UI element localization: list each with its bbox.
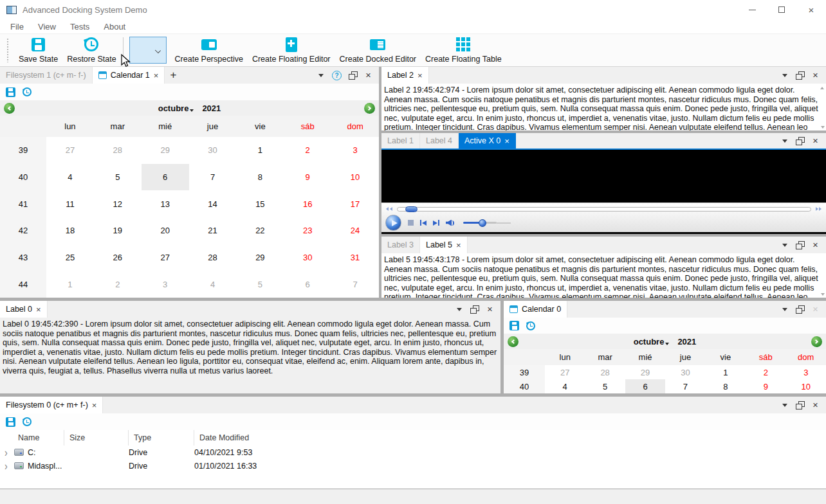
save-icon[interactable] bbox=[6, 417, 15, 427]
calendar-day-cell[interactable]: 4 bbox=[189, 271, 237, 298]
menu-about[interactable]: About bbox=[96, 22, 133, 32]
calendar-day-cell[interactable]: 29 bbox=[236, 244, 284, 271]
close-dock-button[interactable]: × bbox=[364, 71, 372, 80]
column-header-date-modified[interactable]: Date Modified bbox=[194, 430, 826, 446]
calendar-day-cell[interactable]: 7 bbox=[665, 379, 705, 393]
calendar-day-cell[interactable]: 20 bbox=[142, 217, 189, 244]
next-month-button[interactable] bbox=[364, 103, 375, 114]
calendar-day-cell[interactable]: 5 bbox=[94, 164, 142, 191]
tab-label3[interactable]: Label 3 bbox=[381, 237, 420, 253]
calendar-day-cell[interactable]: 4 bbox=[46, 164, 94, 191]
save-icon[interactable] bbox=[6, 87, 15, 97]
calendar-day-cell[interactable]: 19 bbox=[94, 217, 142, 244]
calendar-day-cell[interactable]: 8 bbox=[236, 164, 284, 191]
calendar-day-cell[interactable]: 3 bbox=[331, 137, 379, 164]
calendar-day-cell[interactable]: 28 bbox=[189, 244, 237, 271]
dock-menu-button[interactable] bbox=[780, 401, 789, 410]
splitter-horizontal[interactable] bbox=[0, 298, 826, 301]
menu-tests[interactable]: Tests bbox=[63, 22, 96, 32]
calendar-day-cell[interactable]: 9 bbox=[746, 379, 785, 393]
prev-month-button[interactable] bbox=[508, 336, 519, 347]
tab-close-icon[interactable]: × bbox=[418, 71, 423, 80]
calendar-day-cell[interactable]: 28 bbox=[585, 365, 625, 379]
calendar-day-cell[interactable]: 16 bbox=[284, 190, 331, 217]
calendar-day-cell[interactable]: 27 bbox=[142, 244, 189, 271]
splitter-vertical[interactable] bbox=[500, 301, 504, 393]
next-month-button[interactable] bbox=[811, 336, 822, 347]
tab-filesystem0[interactable]: Filesystem 0 (c+ m+ f-) × bbox=[0, 397, 103, 413]
scroll-down-icon[interactable] bbox=[821, 293, 825, 296]
tab-close-icon[interactable]: × bbox=[36, 305, 41, 314]
undock-button[interactable] bbox=[796, 401, 804, 410]
tree-row[interactable]: ›Midaspl...Drive01/10/2021 16:33 bbox=[0, 459, 826, 473]
tab-close-icon[interactable]: × bbox=[154, 71, 159, 80]
forward-icon[interactable] bbox=[816, 207, 822, 211]
create-docked-editor-button[interactable]: Create Docked Editor bbox=[335, 35, 421, 66]
calendar-day-cell[interactable]: 3 bbox=[142, 271, 189, 298]
tab-label2[interactable]: Label 2 × bbox=[381, 67, 429, 84]
close-dock-button[interactable]: × bbox=[811, 71, 820, 80]
scroll-up-icon[interactable] bbox=[820, 87, 824, 89]
perspective-combobox[interactable] bbox=[129, 37, 167, 64]
stop-button[interactable] bbox=[408, 220, 414, 226]
calendar-day-cell[interactable]: 6 bbox=[284, 271, 331, 298]
calendar-day-cell[interactable]: 31 bbox=[331, 244, 379, 271]
close-window-button[interactable]: × bbox=[796, 0, 826, 19]
calendar-day-cell[interactable]: 14 bbox=[189, 190, 237, 217]
tab-activex0[interactable]: Active X 0 × bbox=[459, 133, 516, 148]
seek-slider[interactable] bbox=[397, 207, 811, 212]
close-dock-button[interactable]: × bbox=[811, 401, 820, 410]
dock-menu-button[interactable] bbox=[780, 71, 789, 80]
maximize-button[interactable] bbox=[767, 0, 796, 19]
volume-slider-thumb[interactable] bbox=[479, 219, 486, 227]
column-header-size[interactable]: Size bbox=[64, 430, 129, 446]
expand-icon[interactable]: › bbox=[5, 447, 10, 458]
calendar-day-cell[interactable]: 24 bbox=[331, 217, 379, 244]
dock-menu-button[interactable] bbox=[780, 136, 789, 146]
calendar-day-cell[interactable]: 3 bbox=[786, 365, 826, 379]
calendar-day-cell[interactable]: 10 bbox=[786, 379, 826, 393]
calendar-day-cell[interactable]: 13 bbox=[142, 190, 189, 217]
dock-menu-button[interactable] bbox=[780, 240, 789, 250]
calendar-day-cell[interactable]: 1 bbox=[706, 365, 746, 379]
calendar-day-cell[interactable]: 6 bbox=[142, 164, 189, 191]
splitter-vertical[interactable] bbox=[379, 67, 381, 298]
calendar-day-cell[interactable]: 29 bbox=[142, 137, 189, 164]
calendar-day-cell[interactable]: 17 bbox=[331, 190, 379, 217]
calendar-day-cell[interactable]: 2 bbox=[284, 137, 331, 164]
close-dock-button[interactable]: × bbox=[811, 136, 820, 146]
tab-filesystem1[interactable]: Filesystem 1 (c+ m- f-) bbox=[0, 67, 93, 84]
month-year-label[interactable]: octubre2021 bbox=[504, 337, 826, 346]
restore-icon[interactable] bbox=[23, 87, 32, 96]
previous-button[interactable] bbox=[420, 220, 427, 226]
column-header-name[interactable]: Name bbox=[0, 430, 64, 446]
volume-slider[interactable] bbox=[463, 222, 497, 224]
calendar-day-cell[interactable]: 15 bbox=[236, 190, 284, 217]
volume-icon[interactable] bbox=[446, 219, 456, 228]
calendar-day-cell[interactable]: 30 bbox=[284, 244, 331, 271]
play-button[interactable] bbox=[385, 215, 401, 231]
menu-file[interactable]: File bbox=[10, 22, 31, 32]
save-state-button[interactable]: Save State bbox=[14, 35, 62, 66]
close-dock-button[interactable]: × bbox=[486, 305, 494, 314]
next-button[interactable] bbox=[433, 220, 439, 226]
save-icon[interactable] bbox=[509, 321, 519, 330]
undock-button[interactable] bbox=[349, 71, 357, 80]
calendar-day-cell[interactable]: 7 bbox=[331, 271, 379, 298]
calendar-day-cell[interactable]: 30 bbox=[665, 365, 705, 379]
create-perspective-button[interactable]: Create Perspective bbox=[170, 35, 248, 66]
calendar-day-cell[interactable]: 5 bbox=[585, 379, 625, 393]
month-year-label[interactable]: octubre2021 bbox=[0, 104, 379, 113]
calendar-day-cell[interactable]: 23 bbox=[284, 217, 331, 244]
tab-calendar1[interactable]: Calendar 1 × bbox=[93, 67, 165, 84]
dock-menu-button[interactable] bbox=[780, 305, 789, 314]
calendar-day-cell[interactable]: 1 bbox=[46, 271, 94, 298]
close-dock-button[interactable]: × bbox=[811, 240, 820, 250]
calendar-day-cell[interactable]: 2 bbox=[94, 271, 142, 298]
restore-icon[interactable] bbox=[526, 321, 535, 330]
prev-month-button[interactable] bbox=[4, 103, 15, 114]
calendar-day-cell[interactable]: 29 bbox=[625, 365, 665, 379]
tab-label1[interactable]: Label 1 bbox=[381, 133, 420, 148]
undock-button[interactable] bbox=[796, 71, 804, 80]
calendar-day-cell[interactable]: 12 bbox=[94, 190, 142, 217]
